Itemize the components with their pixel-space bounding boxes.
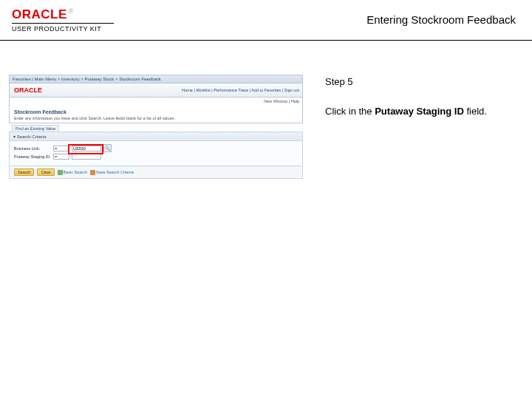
instr-suffix: field. <box>464 106 487 117</box>
input-putaway-staging-id[interactable] <box>72 154 101 160</box>
panel-header: Search Criteria <box>10 132 302 141</box>
clear-button[interactable]: Clear <box>37 168 54 176</box>
section-title: Stockroom Feedback <box>9 106 303 115</box>
row-putaway-staging-id: Putaway Staging ID: <box>14 154 298 160</box>
basic-search-icon <box>58 170 63 175</box>
instruction-pane: Step 5 Click in the Putaway Staging ID f… <box>316 41 532 179</box>
search-panel: Search Criteria Business Unit: 🔍 Putaway… <box>9 132 303 179</box>
app-topbar: ORACLE Home | Worklist | Performance Tra… <box>9 83 303 98</box>
tab-row: Find an Existing Value <box>9 123 303 132</box>
instruction-text: Click in the Putaway Staging ID field. <box>325 104 532 119</box>
content-area: Favorites | Main Menu > Inventory > Puta… <box>0 41 532 179</box>
top-nav-links: Home | Worklist | Performance Trace | Ad… <box>182 88 302 92</box>
label-business-unit: Business Unit: <box>14 146 51 151</box>
search-button[interactable]: Search <box>14 168 34 176</box>
page-title: Entering Stockroom Feedback <box>366 13 516 26</box>
lookup-icon[interactable]: 🔍 <box>103 144 112 152</box>
basic-search-link[interactable]: Basic Search <box>58 170 87 175</box>
oracle-logo: ORACLE® <box>12 7 74 22</box>
instr-prefix: Click in the <box>325 106 375 117</box>
window-help-links: New Window | Help <box>9 98 303 106</box>
label-putaway-staging-id: Putaway Staging ID: <box>14 154 51 159</box>
instr-bold: Putaway Staging ID <box>375 106 464 117</box>
upk-subbrand: USER PRODUCTIVITY KIT <box>12 23 114 33</box>
brand-text: ORACLE <box>12 7 67 21</box>
save-search-link[interactable]: Save Search Criteria <box>90 170 134 175</box>
save-search-label: Save Search Criteria <box>96 170 134 174</box>
row-business-unit: Business Unit: 🔍 <box>14 144 298 152</box>
op-putaway-staging-id[interactable] <box>53 154 69 160</box>
tab-find-existing[interactable]: Find an Existing Value <box>12 125 59 132</box>
search-buttons: Search Clear Basic Search Save Search Cr… <box>10 166 302 178</box>
save-search-icon <box>90 170 95 175</box>
page-header: ORACLE® USER PRODUCTIVITY KIT Entering S… <box>0 0 532 41</box>
step-number: Step 5 <box>325 75 532 89</box>
breadcrumb: Favorites | Main Menu > Inventory > Puta… <box>9 75 303 83</box>
op-business-unit[interactable] <box>53 146 69 151</box>
basic-search-label: Basic Search <box>64 170 87 174</box>
screenshot-pane: Favorites | Main Menu > Inventory > Puta… <box>0 41 316 179</box>
app-mock: Favorites | Main Menu > Inventory > Puta… <box>9 75 303 179</box>
input-business-unit[interactable] <box>72 146 101 151</box>
trademark-symbol: ® <box>69 7 74 15</box>
panel-body: Business Unit: 🔍 Putaway Staging ID: <box>10 141 302 166</box>
app-brand: ORACLE <box>10 86 47 94</box>
section-description: Enter any information you have and click… <box>9 115 303 123</box>
